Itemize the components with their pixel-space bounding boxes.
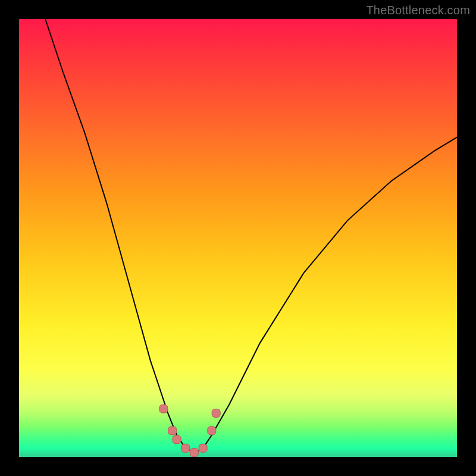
- highlight-markers-group: [159, 405, 220, 457]
- bottleneck-curve-path: [45, 19, 457, 453]
- highlight-marker: [212, 409, 220, 417]
- highlight-marker: [181, 444, 190, 452]
- chart-frame: TheBottleneck.com: [0, 0, 476, 476]
- highlight-marker: [168, 427, 177, 435]
- plot-area: [19, 19, 457, 457]
- curve-layer: [19, 19, 457, 457]
- highlight-marker: [159, 405, 168, 413]
- highlight-marker: [208, 427, 216, 435]
- highlight-marker: [190, 449, 198, 457]
- highlight-marker: [173, 436, 181, 444]
- watermark-text: TheBottleneck.com: [366, 4, 470, 17]
- highlight-marker: [199, 444, 207, 452]
